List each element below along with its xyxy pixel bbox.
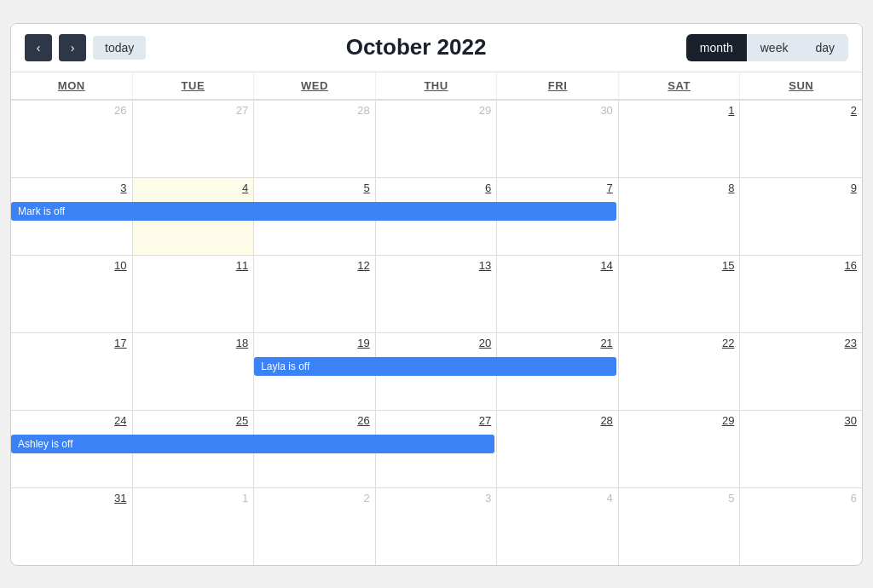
calendar-grid: MON TUE WED THU FRI SAT SUN 262728293012… [11, 72, 862, 565]
day-number-w1-d1: 4 [138, 182, 249, 194]
day-cell-w1-d6[interactable]: 9 [740, 178, 862, 255]
day-cell-w4-d4[interactable]: 28 [497, 411, 619, 487]
next-button[interactable]: › [59, 34, 86, 61]
day-header-tue: TUE [133, 72, 255, 99]
day-cell-w0-d4[interactable]: 30 [497, 101, 619, 177]
week-row-0: 262728293012 [11, 101, 862, 178]
day-number-w0-d6: 2 [745, 104, 857, 117]
day-cell-w0-d5[interactable]: 1 [619, 101, 741, 177]
day-cell-w5-d4[interactable]: 4 [497, 488, 619, 565]
day-number-w0-d1: 27 [138, 104, 249, 117]
view-week-button[interactable]: week [747, 34, 802, 61]
view-day-button[interactable]: day [801, 34, 848, 61]
day-number-w4-d0: 24 [16, 414, 127, 427]
view-month-button[interactable]: month [686, 34, 747, 61]
day-number-w2-d4: 14 [502, 259, 613, 272]
day-number-w2-d1: 11 [138, 259, 249, 272]
day-number-w0-d5: 1 [624, 104, 735, 117]
day-number-w4-d3: 27 [381, 414, 492, 427]
day-header-sun: SUN [740, 72, 862, 99]
day-cell-w2-d3[interactable]: 13 [376, 256, 498, 332]
day-number-w2-d5: 15 [624, 259, 735, 272]
day-number-w2-d3: 13 [381, 259, 492, 272]
day-number-w5-d2: 2 [259, 492, 370, 504]
day-cell-w0-d6[interactable]: 2 [740, 101, 862, 177]
day-number-w3-d4: 21 [502, 337, 613, 349]
week-row-2: 10111213141516 [11, 256, 862, 333]
day-number-w3-d2: 19 [259, 337, 370, 349]
day-number-w1-d0: 3 [16, 182, 127, 194]
day-cell-w0-d3[interactable]: 29 [376, 101, 498, 177]
day-cell-w2-d0[interactable]: 10 [11, 256, 133, 332]
day-cell-w3-d5[interactable]: 22 [619, 333, 741, 410]
day-number-w5-d6: 6 [745, 492, 857, 504]
day-number-w5-d4: 4 [502, 492, 613, 504]
day-number-w1-d3: 6 [381, 182, 492, 194]
day-number-w1-d6: 9 [745, 182, 857, 194]
day-number-w5-d5: 5 [624, 492, 735, 504]
day-number-w4-d4: 28 [502, 414, 613, 427]
day-header-mon: MON [11, 72, 133, 99]
day-cell-w2-d5[interactable]: 15 [619, 256, 741, 332]
day-cell-w5-d2[interactable]: 2 [254, 488, 376, 565]
prev-button[interactable]: ‹ [25, 34, 52, 61]
day-number-w1-d2: 5 [259, 182, 370, 194]
day-cell-w0-d2[interactable]: 28 [254, 101, 376, 177]
day-cell-w4-d5[interactable]: 29 [619, 411, 741, 487]
day-number-w2-d6: 16 [745, 259, 857, 272]
day-cell-w2-d4[interactable]: 14 [497, 256, 619, 332]
day-number-w5-d1: 1 [138, 492, 249, 504]
day-number-w0-d4: 30 [502, 104, 613, 117]
day-cell-w5-d1[interactable]: 1 [133, 488, 255, 565]
calendar-container: ‹ › today October 2022 month week day MO… [10, 23, 863, 566]
day-cell-w2-d1[interactable]: 11 [133, 256, 255, 332]
day-cell-w5-d6[interactable]: 6 [740, 488, 862, 565]
header-left: ‹ › today [25, 34, 146, 61]
event-bar-w4-e0[interactable]: Ashley is off [11, 435, 494, 453]
day-number-w5-d3: 3 [381, 492, 492, 504]
day-cell-w2-d2[interactable]: 12 [254, 256, 376, 332]
day-cell-w3-d6[interactable]: 23 [740, 333, 862, 410]
day-cell-w1-d5[interactable]: 8 [619, 178, 741, 255]
day-number-w4-d1: 25 [138, 414, 249, 427]
day-cell-w3-d1[interactable]: 18 [133, 333, 255, 410]
day-number-w1-d4: 7 [502, 182, 613, 194]
day-number-w2-d2: 12 [259, 259, 370, 272]
day-cell-w5-d3[interactable]: 3 [376, 488, 498, 565]
day-cell-w5-d0[interactable]: 31 [11, 488, 133, 565]
day-header-thu: THU [376, 72, 498, 99]
day-number-w0-d3: 29 [381, 104, 492, 117]
day-number-w3-d6: 23 [745, 337, 857, 349]
day-number-w4-d6: 30 [745, 414, 857, 427]
week-row-5: 31123456 [11, 488, 862, 565]
week-row-1: 3456789Mark is off [11, 178, 862, 256]
day-cell-w0-d1[interactable]: 27 [133, 101, 255, 177]
day-number-w3-d5: 22 [624, 337, 735, 349]
weeks-container: 2627282930123456789Mark is off1011121314… [11, 101, 862, 565]
day-number-w3-d0: 17 [16, 337, 127, 349]
day-cell-w4-d6[interactable]: 30 [740, 411, 862, 487]
day-number-w2-d0: 10 [16, 259, 127, 272]
day-cell-w2-d6[interactable]: 16 [740, 256, 862, 332]
day-number-w0-d0: 26 [16, 104, 127, 117]
day-number-w1-d5: 8 [624, 182, 735, 194]
day-header-fri: FRI [497, 72, 619, 99]
day-number-w4-d2: 26 [259, 414, 370, 427]
event-bar-w3-e0[interactable]: Layla is off [254, 357, 616, 376]
calendar-title: October 2022 [346, 34, 487, 61]
day-number-w0-d2: 28 [259, 104, 370, 117]
day-number-w5-d0: 31 [16, 492, 127, 504]
day-number-w3-d3: 20 [381, 337, 492, 349]
event-bar-w1-e0[interactable]: Mark is off [11, 202, 616, 221]
day-header-sat: SAT [619, 72, 741, 99]
day-cell-w3-d0[interactable]: 17 [11, 333, 133, 410]
week-row-3: 17181920212223Layla is off [11, 333, 862, 411]
calendar-header: ‹ › today October 2022 month week day [11, 24, 862, 72]
today-button[interactable]: today [93, 36, 146, 60]
day-headers-row: MON TUE WED THU FRI SAT SUN [11, 72, 862, 101]
view-toggle: month week day [686, 34, 848, 61]
day-cell-w5-d5[interactable]: 5 [619, 488, 741, 565]
day-cell-w0-d0[interactable]: 26 [11, 101, 133, 177]
week-row-4: 24252627282930Ashley is off [11, 411, 862, 488]
day-number-w4-d5: 29 [624, 414, 735, 427]
